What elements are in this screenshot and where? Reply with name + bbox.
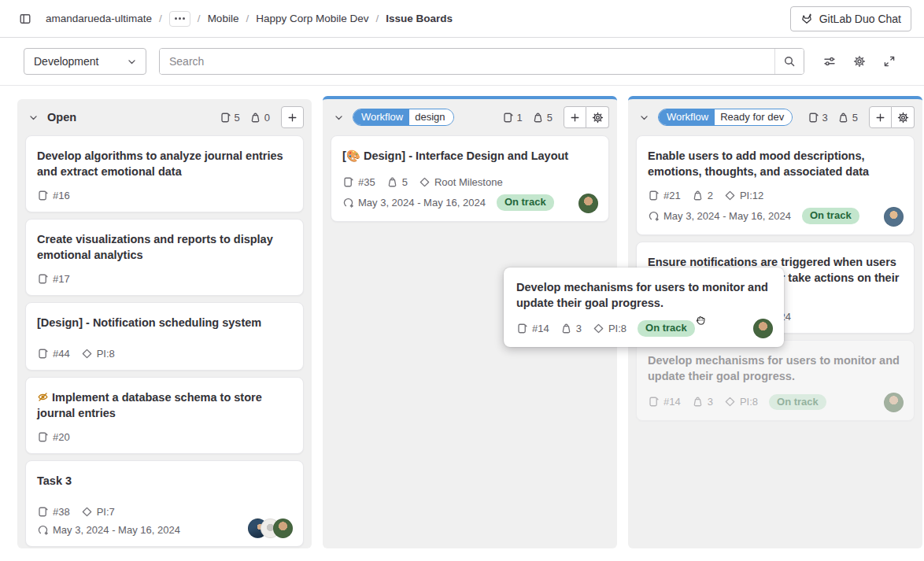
top-bar: amandarueda-ultimate / / Mobile / Happy …: [0, 0, 924, 38]
issue-title[interactable]: Create visualizations and reports to dis…: [37, 231, 292, 263]
issue-reference: #17: [37, 273, 70, 285]
issue-card[interactable]: [Design] - Notification scheduling syste…: [25, 302, 304, 371]
collapse-column-button[interactable]: [634, 108, 653, 127]
assignee-avatars: [884, 207, 904, 227]
iteration-icon: [37, 524, 49, 536]
milestone-icon: [593, 323, 604, 334]
issue-card[interactable]: [🎨 Design] - Interface Design and Layout…: [331, 135, 609, 222]
breadcrumb-separator: /: [246, 13, 249, 24]
search-field-wrapper: [159, 48, 804, 75]
issue-icon: [648, 396, 660, 408]
issue-title[interactable]: Enable users to add mood descriptions, e…: [648, 148, 903, 179]
add-issue-button[interactable]: [869, 106, 892, 128]
issue-card[interactable]: Enable users to add mood descriptions, e…: [636, 135, 915, 235]
issue-weight: 2: [692, 190, 713, 201]
issue-icon: [502, 112, 514, 124]
breadcrumb-ellipsis-button[interactable]: [169, 11, 190, 27]
add-issue-button[interactable]: [281, 106, 304, 128]
issue-card[interactable]: Develop algorithms to analyze journal en…: [25, 135, 304, 212]
weight-icon: [532, 112, 544, 124]
board-filter-bar: Development: [0, 38, 924, 86]
breadcrumb-current-page: Issue Boards: [386, 13, 453, 24]
duo-chat-label: GitLab Duo Chat: [819, 13, 901, 25]
plus-icon: [874, 112, 886, 124]
sidebar-icon: [19, 13, 31, 25]
assignee-avatars: [753, 319, 773, 338]
issue-milestone: PI:7: [81, 506, 115, 518]
issue-reference: #14: [648, 396, 681, 408]
board-switcher-value: Development: [34, 55, 99, 68]
assignee-avatars: [884, 393, 904, 412]
issue-icon: [808, 112, 819, 124]
gitlab-duo-chat-button[interactable]: GitLab Duo Chat: [790, 6, 911, 31]
issue-reference: #44: [37, 348, 70, 360]
search-input[interactable]: [160, 49, 774, 74]
issue-milestone: PI:8: [593, 323, 626, 334]
search-submit-button[interactable]: [774, 49, 804, 74]
iteration-icon: [648, 210, 660, 222]
add-issue-button[interactable]: [564, 106, 586, 128]
scoped-label[interactable]: Workflow Ready for dev: [658, 109, 793, 126]
issue-title[interactable]: [🎨 Design] - Interface Design and Layout: [342, 148, 597, 164]
weight-icon: [249, 112, 261, 124]
issue-card[interactable]: Task 3 #38 PI:7 May 3, 2024 - May 16, 20…: [25, 460, 304, 547]
column-issue-count: 5: [220, 112, 240, 124]
board-config-button[interactable]: [847, 49, 872, 74]
avatar[interactable]: [578, 194, 598, 213]
collapse-column-button[interactable]: [329, 108, 348, 127]
column-weight-count: 5: [837, 112, 858, 124]
breadcrumb-project[interactable]: amandarueda-ultimate: [46, 13, 152, 24]
chevron-down-icon: [28, 112, 39, 124]
issue-title[interactable]: Task 3: [37, 473, 292, 489]
issue-title[interactable]: Develop algorithms to analyze journal en…: [37, 148, 292, 179]
issue-board: Open 5 0 Develop algorithms to analyze j…: [0, 86, 924, 561]
column-header: Workflow design 1 5: [323, 99, 617, 134]
card-list: Develop algorithms to analyze journal en…: [17, 134, 312, 548]
avatar[interactable]: [273, 519, 293, 538]
chevron-down-icon: [333, 112, 345, 124]
issue-dates: May 3, 2024 - May 16, 2024: [342, 197, 486, 209]
issue-icon: [37, 273, 49, 285]
issue-icon: [516, 323, 528, 334]
breadcrumb-subgroup[interactable]: Happy Corp Mobile Dev: [256, 13, 368, 24]
fullscreen-button[interactable]: [877, 49, 902, 74]
milestone-icon: [724, 190, 736, 201]
weight-icon: [386, 176, 398, 188]
issue-icon: [37, 348, 49, 360]
list-settings-button[interactable]: [892, 106, 915, 128]
label-scope: Workflow: [353, 109, 409, 125]
issue-milestone: Root Milestone: [419, 176, 503, 188]
issue-dates: May 3, 2024 - May 16, 2024: [37, 524, 180, 536]
issue-milestone: PI:12: [724, 190, 763, 201]
issue-card[interactable]: Implement a database schema to store jou…: [25, 377, 304, 454]
gear-icon: [853, 55, 866, 68]
confidential-eye-slash-icon: [37, 391, 49, 403]
dragged-issue-card[interactable]: Develop mechanisms for users to monitor …: [504, 268, 784, 347]
label-value: Ready for dev: [715, 109, 792, 125]
health-status-badge: On track: [497, 194, 554, 211]
issue-milestone: PI:8: [724, 396, 758, 408]
breadcrumb-separator: /: [159, 13, 162, 24]
list-settings-button[interactable]: [586, 106, 609, 128]
iteration-icon: [342, 197, 354, 209]
chevron-down-icon: [638, 112, 650, 124]
milestone-icon: [81, 506, 93, 518]
label-scope: Workflow: [659, 109, 715, 125]
board-filters-button[interactable]: [817, 49, 842, 74]
issue-title[interactable]: [Design] - Notification scheduling syste…: [37, 315, 292, 330]
avatar[interactable]: [884, 207, 904, 227]
scoped-label[interactable]: Workflow design: [353, 109, 454, 126]
weight-icon: [837, 112, 849, 124]
avatar: [753, 319, 773, 338]
board-switcher-dropdown[interactable]: Development: [24, 48, 146, 75]
sidebar-toggle-button[interactable]: [13, 6, 38, 31]
issue-dates: May 3, 2024 - May 16, 2024: [648, 210, 791, 222]
issue-reference: #35: [342, 176, 375, 188]
issue-milestone: PI:8: [81, 348, 115, 360]
assignee-avatars: [248, 519, 293, 538]
issue-title[interactable]: Implement a database schema to store jou…: [37, 389, 292, 421]
breadcrumb-group[interactable]: Mobile: [208, 13, 239, 24]
issue-reference: #21: [648, 190, 681, 201]
collapse-column-button[interactable]: [24, 108, 43, 127]
issue-card[interactable]: Create visualizations and reports to dis…: [25, 219, 304, 296]
